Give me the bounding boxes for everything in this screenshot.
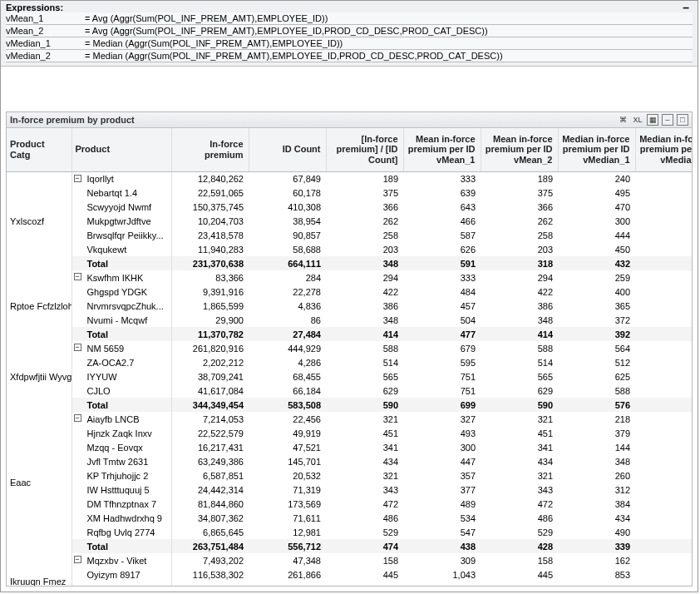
collapse-icon[interactable]: − [74,175,81,182]
product-cell: Nvumi - Mcqwf [71,313,171,327]
value-cell: 240 [635,214,692,228]
total-value-cell: 428 [481,539,558,553]
value-cell: 565 [326,369,403,384]
value-cell: 470 [558,200,635,214]
detach-icon[interactable]: ⌘ [617,114,629,126]
table-row: Hjnzk Zaqk Inxv22,522,57949,919451493451… [7,426,692,440]
maximize-icon[interactable]: □ [677,114,688,126]
expressions-minimize-icon[interactable]: – [679,3,693,12]
product-cell: Nebartqt 1.4 [71,186,171,200]
value-cell: 144 [558,440,635,454]
header-product-catg[interactable]: Product Catg [7,128,71,171]
expression-name: vMean_1 [6,13,85,23]
product-cell: DM Tfhnzptnax 7 [71,497,171,511]
value-cell: 300 [558,214,635,228]
category-cell: Eaac [7,412,71,553]
value-cell: 375 [326,186,403,200]
value-cell: 564 [558,341,635,355]
header-ratio[interactable]: [In-force premium] / [ID Count] [326,128,403,171]
table-scroll[interactable]: Product Catg Product In-force premium ID… [7,128,692,586]
table-row: XM Hadhwdrxhq 934,807,36271,611486534486… [7,511,692,525]
total-value-cell: 591 [403,256,481,270]
header-id-count[interactable]: ID Count [249,128,326,171]
value-cell: 294 [481,270,558,285]
value-cell: 20,532 [249,468,326,483]
value-cell: 484 [403,285,481,299]
value-cell: 445 [326,567,403,582]
expression-row: vMean_1= Avg (Aggr(Sum(POL_INF_PREM_AMT)… [6,12,693,25]
product-label: IYYUW [87,372,117,382]
value-cell: 490 [558,525,635,539]
value-cell: 333 [403,171,481,186]
total-label: Total [71,398,171,412]
table-row: Scwyyojd Nwmf150,375,745410,308366643366… [7,200,692,214]
product-label: Scwyyojd Nwmf [87,202,152,212]
value-cell: 434 [481,454,558,468]
value-cell: 321 [481,412,558,426]
header-inforce-premium[interactable]: In-force premium [171,128,249,171]
total-value-cell: 414 [481,327,558,341]
value-cell: 410 [635,582,692,586]
value-cell: 262 [326,214,403,228]
value-cell: 529 [481,525,558,539]
value-cell: 22,278 [249,285,326,299]
collapse-icon[interactable]: − [74,344,81,351]
collapse-icon[interactable]: − [74,556,81,563]
value-cell: 595 [403,355,481,369]
value-cell: 22,522,579 [171,426,249,440]
table-row: Oyizym 8917116,538,302261,8664451,043445… [7,567,692,582]
product-cell: MukpgtwrJdftve [71,214,171,228]
product-cell: −Kswfhm IKHK [71,270,171,285]
minimize-icon[interactable]: – [662,114,673,126]
chart-type-icon[interactable]: ▦ [647,114,658,126]
expression-value: = Median (Aggr(Sum(POL_INF_PREM_AMT),EMP… [85,51,693,61]
total-value-cell: 477 [403,327,481,341]
table-row: ZA-OCA2.72,202,2124,286514595514512474 [7,355,692,369]
total-row: Total11,370,78227,484414477414392356 [7,327,692,341]
value-cell: 116,538,302 [171,567,249,582]
value-cell: 479 [635,369,692,384]
collapse-icon[interactable]: − [74,273,81,280]
table-row: Nebartqt 1.422,591,06560,178375639375495… [7,186,692,200]
value-cell: 372 [558,313,635,327]
category-cell: Rptoe Fcfzlzlohp [7,270,71,341]
table-row: KP Trhjuhojjc 26,587,85120,5323213573212… [7,468,692,483]
total-value-cell: 333 [635,539,692,553]
chart-title: In-force premium by product [10,115,135,125]
value-cell: 26,224,876 [171,582,249,586]
table-row: Xfdpwfjtii Wyvgviyohr−NM 5659261,820,916… [7,341,692,355]
product-label: Brwsqlfqr Peiikky... [87,230,164,240]
value-cell: 536 [326,582,403,586]
header-vmedian1[interactable]: Median in-force premium per ID vMedian_1 [558,128,635,171]
value-cell: 321 [326,468,403,483]
product-label: Rqfbg Uvlq 2774 [87,527,155,537]
product-cell: Hjnzk Zaqk Inxv [71,426,171,440]
value-cell: 534 [403,511,481,525]
value-cell: 444 [558,228,635,242]
expression-value: = Median (Aggr(Sum(POL_INF_PREM_AMT),EMP… [85,38,693,48]
total-value-cell: 664,111 [249,256,326,270]
value-cell: 83,366 [171,270,249,285]
blank-area [1,67,698,108]
value-cell: 629 [481,384,558,398]
value-cell: 357 [403,468,481,483]
header-vmean2[interactable]: Mean in-force premium per ID vMean_2 [481,128,558,171]
pivot-table: Product Catg Product In-force premium ID… [7,128,692,586]
value-cell: 375 [481,186,558,200]
export-xl-icon[interactable]: XL [632,114,643,126]
product-label: Nebartqt 1.4 [87,188,138,198]
table-row: MukpgtwrJdftve10,204,70338,9542624662623… [7,214,692,228]
header-vmedian2[interactable]: Median in-force premium per ID vMedian_2 [635,128,692,171]
header-vmean1[interactable]: Mean in-force premium per ID vMean_1 [403,128,481,171]
value-cell: 629 [326,384,403,398]
value-cell: 162 [558,553,635,567]
value-cell: 514 [326,355,403,369]
value-cell: 479 [635,525,692,539]
total-label: Total [71,256,171,270]
product-label: Mzqq - Eovqx [87,443,143,453]
header-product[interactable]: Product [71,128,171,171]
collapse-icon[interactable]: − [74,414,81,422]
total-value-cell: 263,751,484 [171,539,249,553]
value-cell: 12,981 [249,525,326,539]
value-cell: 536 [481,582,558,586]
